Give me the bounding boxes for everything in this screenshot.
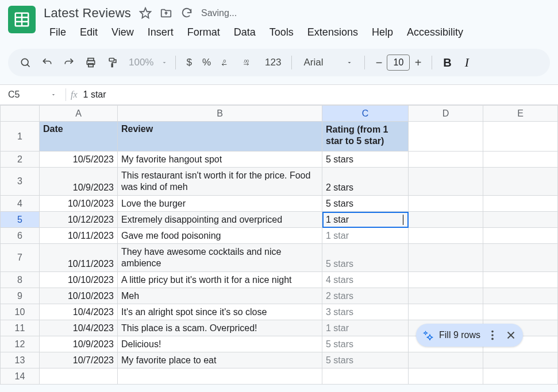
menu-file[interactable]: File (44, 24, 72, 41)
row-header[interactable]: 2 (1, 152, 40, 168)
format-percent-button[interactable]: % (198, 57, 215, 68)
cell[interactable] (409, 122, 483, 152)
cell[interactable]: 2 stars (322, 168, 409, 196)
increase-font-size-button[interactable]: + (410, 56, 426, 69)
row-header[interactable]: 11 (1, 320, 40, 336)
row-header[interactable]: 3 (1, 168, 40, 196)
row-header[interactable]: 13 (1, 352, 40, 368)
cell[interactable]: Rating (from 1 star to 5 star) (322, 122, 409, 152)
bold-button[interactable]: B (438, 56, 456, 69)
close-icon[interactable] (505, 329, 517, 341)
cell[interactable] (409, 212, 483, 228)
cell[interactable]: 5 stars (322, 244, 409, 272)
font-size-input[interactable]: 10 (387, 55, 410, 71)
cell[interactable]: Review (118, 122, 322, 152)
decrease-decimal-button[interactable]: .0 (217, 52, 237, 73)
row-header[interactable]: 9 (1, 288, 40, 304)
cell[interactable] (409, 352, 483, 368)
menu-accessibility[interactable]: Accessibility (401, 24, 469, 41)
cell[interactable]: 10/10/2023 (40, 196, 118, 212)
cell[interactable] (483, 196, 558, 212)
cell[interactable]: 2 stars (322, 288, 409, 304)
star-icon[interactable] (139, 7, 152, 20)
cell[interactable]: Date (40, 122, 118, 152)
cell[interactable] (483, 228, 558, 244)
cell[interactable] (40, 368, 118, 385)
print-icon[interactable] (80, 52, 101, 73)
cell[interactable]: Meh (118, 288, 322, 304)
cell[interactable] (409, 196, 483, 212)
cell[interactable] (483, 212, 558, 228)
cell[interactable]: 3 stars (322, 304, 409, 320)
cell[interactable]: 5 stars (322, 196, 409, 212)
search-icon[interactable] (15, 52, 36, 73)
row-header[interactable]: 1 (1, 122, 40, 152)
cell[interactable]: 10/12/2023 (40, 212, 118, 228)
decrease-font-size-button[interactable]: − (371, 56, 387, 69)
cell[interactable] (483, 288, 558, 304)
row-header[interactable]: 6 (1, 228, 40, 244)
row-header[interactable]: 8 (1, 272, 40, 288)
cell[interactable]: 10/4/2023 (40, 304, 118, 320)
doc-title[interactable]: Latest Reviews (44, 6, 131, 21)
cell[interactable]: This restaurant isn't worth it for the p… (118, 168, 322, 196)
row-header[interactable]: 7 (1, 244, 40, 272)
col-header-E[interactable]: E (483, 106, 558, 122)
cell[interactable]: It's an alright spot since it's so close (118, 304, 322, 320)
cell[interactable]: 4 stars (322, 272, 409, 288)
cell[interactable]: 10/5/2023 (40, 152, 118, 168)
cell[interactable]: 10/11/2023 (40, 228, 118, 244)
row-header[interactable]: 4 (1, 196, 40, 212)
italic-button[interactable]: I (457, 55, 476, 70)
cell[interactable] (483, 244, 558, 272)
menu-data[interactable]: Data (228, 24, 261, 41)
increase-decimal-button[interactable]: .00 (238, 52, 259, 73)
more-options-icon[interactable] (486, 329, 499, 341)
chevron-down-icon[interactable] (159, 52, 170, 73)
cell[interactable]: 5 stars (322, 352, 409, 368)
cell[interactable] (483, 152, 558, 168)
active-cell[interactable]: 1 star (322, 212, 409, 228)
cell[interactable]: 1 star (322, 320, 409, 336)
cell[interactable]: 10/4/2023 (40, 320, 118, 336)
cell[interactable] (409, 228, 483, 244)
cell[interactable] (409, 168, 483, 196)
format-number-button[interactable]: 123 (260, 57, 286, 68)
cell[interactable]: Love the burger (118, 196, 322, 212)
menu-extensions[interactable]: Extensions (302, 24, 364, 41)
format-currency-button[interactable]: $ (182, 57, 196, 68)
row-header[interactable]: 5 (1, 212, 40, 228)
redo-icon[interactable] (59, 52, 79, 73)
undo-icon[interactable] (37, 52, 57, 73)
cell[interactable] (483, 368, 558, 385)
cell[interactable]: A little pricy but it's worth it for a n… (118, 272, 322, 288)
row-header[interactable]: 12 (1, 336, 40, 352)
menu-tools[interactable]: Tools (264, 24, 299, 41)
cell[interactable] (409, 152, 483, 168)
chevron-down-icon[interactable] (51, 92, 61, 98)
cell[interactable]: 5 stars (322, 152, 409, 168)
cell[interactable]: 10/9/2023 (40, 336, 118, 352)
move-to-folder-icon[interactable] (160, 7, 172, 20)
cell[interactable]: Delicious! (118, 336, 322, 352)
cell[interactable] (409, 244, 483, 272)
cell[interactable] (483, 272, 558, 288)
cell[interactable] (409, 368, 483, 385)
cell[interactable] (483, 168, 558, 196)
col-header-D[interactable]: D (409, 106, 483, 122)
menu-format[interactable]: Format (182, 24, 226, 41)
cell[interactable]: This place is a scam. Overpriced! (118, 320, 322, 336)
menu-help[interactable]: Help (366, 24, 399, 41)
cell[interactable] (483, 352, 558, 368)
col-header-A[interactable]: A (40, 106, 118, 122)
cell[interactable]: My favorite hangout spot (118, 152, 322, 168)
sheets-logo[interactable] (8, 6, 36, 33)
cell[interactable]: 10/7/2023 (40, 352, 118, 368)
cell[interactable]: They have awesome cocktails and nice amb… (118, 244, 322, 272)
menu-edit[interactable]: Edit (74, 24, 103, 41)
cell[interactable] (118, 368, 322, 385)
name-box[interactable]: C5 (0, 90, 61, 100)
cell[interactable]: 5 stars (322, 336, 409, 352)
formula-input[interactable]: 1 star (83, 90, 106, 100)
cell[interactable] (409, 304, 483, 320)
